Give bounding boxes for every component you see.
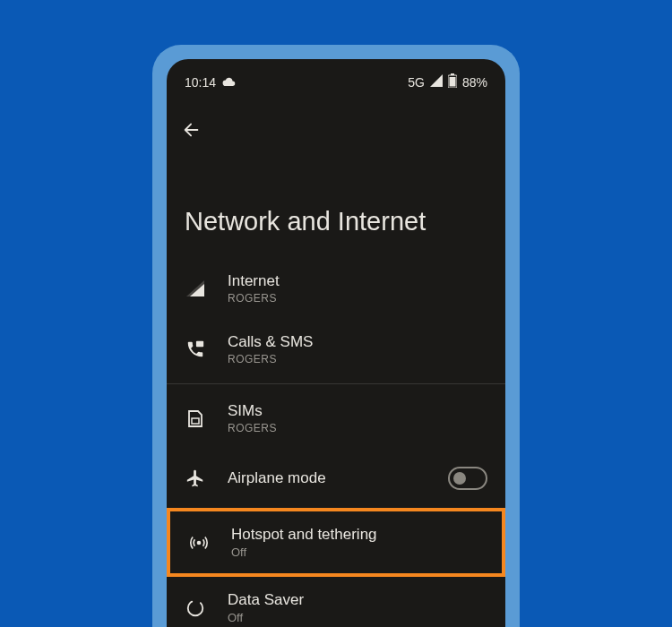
list-item-internet[interactable]: Internet ROGERS [167,258,505,319]
item-subtitle: ROGERS [228,353,487,365]
list-text: SIMs ROGERS [228,402,487,434]
phone-sms-icon [185,339,206,360]
item-subtitle: Off [231,545,484,559]
svg-rect-4 [192,418,199,424]
status-right: 5G 88% [408,73,487,90]
header [167,99,505,164]
status-bar: 10:14 5G 88% [167,59,505,99]
battery-icon [448,73,457,90]
list-text: Internet ROGERS [228,272,487,305]
list-text: Calls & SMS ROGERS [228,333,487,365]
signal-icon [430,74,443,90]
item-subtitle: ROGERS [228,422,487,434]
item-title: Airplane mode [228,469,426,487]
svg-rect-3 [196,341,203,347]
item-title: Calls & SMS [228,333,487,351]
status-left: 10:14 [185,75,236,90]
item-title: SIMs [228,402,487,420]
list-text: Airplane mode [228,469,426,487]
item-title: Data Saver [228,591,487,609]
datasaver-icon [185,597,206,619]
airplane-toggle[interactable] [448,467,487,490]
arrow-left-icon [182,120,202,143]
list-item-airplane[interactable]: Airplane mode [167,449,505,508]
list-item-calls[interactable]: Calls & SMS ROGERS [167,319,505,380]
svg-point-5 [197,540,202,545]
network-label: 5G [408,75,425,90]
battery-label: 88% [462,75,487,90]
highlight-box: Hotspot and tethering Off [167,508,505,577]
list-item-sims[interactable]: SIMs ROGERS [167,388,505,449]
item-subtitle: ROGERS [228,292,487,305]
sim-icon [185,408,206,429]
list-item-hotspot[interactable]: Hotspot and tethering Off [170,511,502,573]
back-button[interactable] [174,114,210,150]
item-title: Internet [228,272,487,290]
divider [167,383,505,384]
phone-frame: 10:14 5G 88% [152,45,520,627]
list-text: Data Saver Off [228,591,487,624]
phone-screen: 10:14 5G 88% [167,59,505,627]
page-title: Network and Internet [167,164,505,258]
list-text: Hotspot and tethering Off [231,526,484,559]
item-title: Hotspot and tethering [231,526,484,544]
item-subtitle: Off [228,611,487,624]
airplane-icon [185,468,206,489]
hotspot-icon [188,532,210,554]
cloud-icon [221,75,236,90]
list-item-datasaver[interactable]: Data Saver Off [167,577,505,627]
status-time: 10:14 [185,75,216,90]
svg-point-6 [185,598,205,618]
wifi-triangle-icon [185,278,206,299]
toggle-thumb [453,472,466,485]
svg-rect-2 [449,77,455,87]
